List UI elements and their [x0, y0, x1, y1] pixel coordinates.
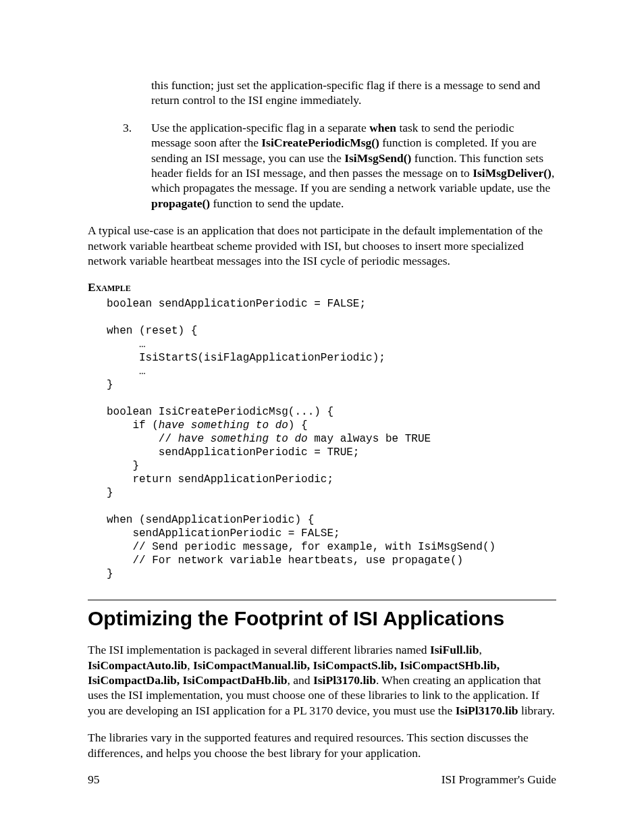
text: library.: [518, 704, 555, 717]
code-line: ) {: [288, 419, 308, 432]
code-line: if (: [107, 419, 159, 432]
list-number: 3.: [123, 120, 132, 135]
lib-name: IsiCompactAuto.lib: [88, 658, 187, 672]
code-block: boolean sendApplicationPeriodic = FALSE;…: [107, 297, 556, 581]
fn-isicreateperiodicmsg: IsiCreatePeriodicMsg(): [261, 136, 379, 149]
text: ,: [187, 658, 193, 672]
lib-name: IsiPl3170.lib: [456, 704, 518, 717]
code-line: }: [107, 460, 139, 472]
code-line: when (reset) {: [107, 325, 197, 337]
code-line: return sendApplicationPeriodic;: [107, 473, 333, 486]
opt-paragraph-2: The libraries vary in the supported feat…: [88, 730, 556, 760]
text: Use the application-specific flag in a s…: [151, 121, 369, 134]
code-line: }: [107, 379, 113, 391]
code-line: sendApplicationPeriodic = FALSE;: [107, 527, 340, 540]
opt-paragraph-1: The ISI implementation is packaged in se…: [88, 642, 556, 718]
fn-isimsgdeliver: IsiMsgDeliver(): [473, 166, 552, 180]
code-italic: have something to do: [159, 419, 288, 432]
text: function to send the update.: [210, 197, 344, 210]
code-line: when (sendApplicationPeriodic) {: [107, 514, 314, 526]
code-line: // Send periodic message, for example, w…: [107, 541, 495, 553]
code-line: …: [107, 338, 146, 350]
code-line: IsiStartS(isiFlagApplicationPeriodic);: [107, 352, 385, 364]
text: The ISI implementation is packaged in se…: [88, 643, 430, 656]
continuation-paragraph: this function; just set the application-…: [151, 78, 556, 108]
section-heading: Optimizing the Footprint of ISI Applicat…: [88, 607, 556, 630]
list-item-3: 3. Use the application-specific flag in …: [151, 120, 556, 211]
lib-name: IsiFull.lib: [430, 643, 479, 656]
code-line: boolean IsiCreatePeriodicMsg(...) {: [107, 406, 333, 418]
page-footer: 95 ISI Programmer's Guide: [88, 773, 556, 787]
lib-name: IsiPl3170.lib: [313, 673, 376, 687]
page-number: 95: [88, 773, 100, 787]
text: ,: [479, 643, 481, 656]
code-line: }: [107, 487, 113, 499]
section-divider: [88, 600, 556, 600]
code-line: sendApplicationPeriodic = TRUE;: [107, 446, 359, 459]
code-line: //: [107, 433, 178, 445]
keyword-when: when: [369, 121, 396, 134]
text: , and: [288, 673, 313, 687]
text: The libraries vary in the supported feat…: [88, 731, 529, 759]
code-line: …: [107, 365, 146, 377]
fn-isimsgsend: IsiMsgSend(): [344, 151, 411, 165]
usecase-paragraph: A typical use-case is an application tha…: [88, 223, 556, 268]
code-line: may always be TRUE: [308, 433, 431, 445]
code-line: // For network variable heartbeats, use …: [107, 554, 463, 567]
text: this function; just set the application-…: [151, 78, 540, 107]
text: A typical use-case is an application tha…: [88, 224, 543, 267]
code-line: }: [107, 568, 113, 580]
code-line: boolean sendApplicationPeriodic = FALSE;: [107, 298, 366, 310]
fn-propagate: propagate(): [151, 197, 210, 210]
document-title: ISI Programmer's Guide: [441, 773, 556, 787]
code-italic: have something to do: [178, 433, 308, 445]
example-heading: Example: [88, 280, 556, 294]
